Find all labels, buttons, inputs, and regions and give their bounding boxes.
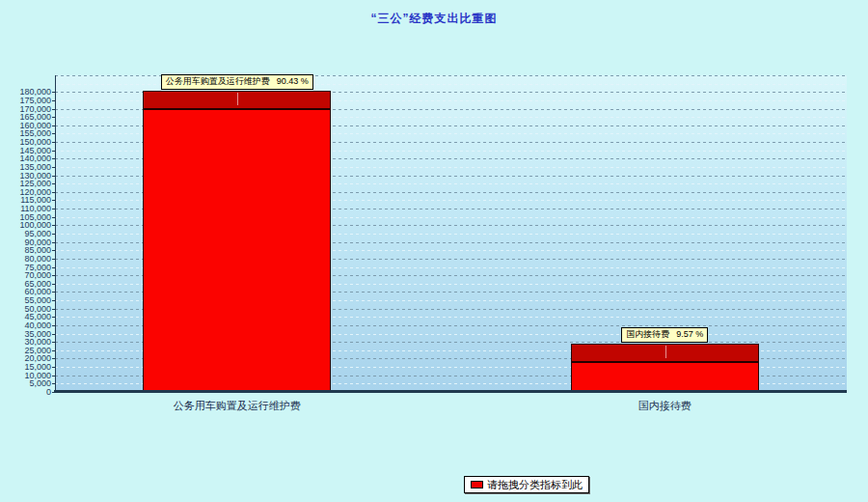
y-axis-label: 115,000 xyxy=(20,195,51,205)
y-axis-label: 60,000 xyxy=(24,287,51,296)
y-axis-label: 15,000 xyxy=(24,362,51,372)
datatip-category: 国内接待费 xyxy=(626,329,669,339)
x-axis-line xyxy=(54,390,847,393)
y-axis-label: 135,000 xyxy=(19,162,51,172)
y-axis-label: 55,000 xyxy=(24,295,51,305)
y-axis-label: 170,000 xyxy=(19,104,51,114)
y-axis-label: 25,000 xyxy=(24,346,51,355)
y-axis-label: 175,000 xyxy=(19,96,51,105)
y-axis-label: 160,000 xyxy=(19,121,51,130)
y-axis-label: 100,000 xyxy=(19,220,51,230)
y-axis-label: 90,000 xyxy=(24,237,51,247)
datatip: 公务用车购置及运行维护费90.43 % xyxy=(161,74,313,90)
y-axis-label: 85,000 xyxy=(24,245,51,255)
datatip-percent: 9.57 % xyxy=(676,329,703,339)
y-axis-label: 150,000 xyxy=(19,137,51,147)
y-axis-label: 35,000 xyxy=(24,329,51,339)
y-axis-label: 75,000 xyxy=(24,263,51,272)
y-axis-line xyxy=(55,75,56,393)
legend-label: 请拖拽分类指标到此 xyxy=(487,480,583,490)
y-axis-label: 40,000 xyxy=(24,321,51,330)
x-axis-label: 国内接待费 xyxy=(638,399,692,413)
chart-title: “三公”经费支出比重图 xyxy=(0,11,868,27)
y-axis-label: 125,000 xyxy=(19,179,51,188)
y-axis-label: 5,000 xyxy=(29,378,51,388)
y-axis-label: 50,000 xyxy=(24,304,51,314)
y-axis-label: 130,000 xyxy=(19,171,51,181)
y-axis-label: 70,000 xyxy=(24,270,51,280)
y-axis-label: 0 xyxy=(46,387,51,397)
y-axis-label: 110,000 xyxy=(20,204,51,213)
y-axis-label: 45,000 xyxy=(24,312,51,321)
datatip-category: 公务用车购置及运行维护费 xyxy=(166,76,270,86)
y-axis-label: 165,000 xyxy=(19,112,51,122)
y-axis-label: 180,000 xyxy=(19,87,51,97)
y-axis-label: 80,000 xyxy=(24,254,51,264)
y-axis-label: 155,000 xyxy=(19,128,51,138)
y-axis-label: 10,000 xyxy=(24,371,51,380)
y-axis-label: 140,000 xyxy=(19,153,51,163)
y-axis-label: 20,000 xyxy=(24,353,51,363)
y-axis-label: 145,000 xyxy=(19,146,51,155)
datatip-percent: 90.43 % xyxy=(277,76,309,86)
bar-1[interactable] xyxy=(143,91,331,392)
y-axis-label: 65,000 xyxy=(24,279,51,289)
bar-2[interactable] xyxy=(571,344,759,392)
datatip-connector xyxy=(665,346,666,358)
datatip: 国内接待费9.57 % xyxy=(621,327,708,343)
y-axis-label: 30,000 xyxy=(24,337,51,347)
x-axis-label: 公务用车购置及运行维护费 xyxy=(174,399,301,413)
plot-area: 公务用车购置及运行维护费90.43 %国内接待费9.57 % xyxy=(55,75,847,392)
legend-box[interactable]: 请拖拽分类指标到此 xyxy=(464,476,589,493)
y-axis-label: 105,000 xyxy=(19,212,51,222)
y-axis-label: 95,000 xyxy=(24,229,51,238)
y-axis-label: 120,000 xyxy=(19,187,51,197)
legend-series-swatch xyxy=(471,481,483,488)
chart-canvas: “三公”经费支出比重图 公务用车购置及运行维护费90.43 %国内接待费9.57… xyxy=(0,0,868,502)
datatip-connector xyxy=(237,93,238,105)
